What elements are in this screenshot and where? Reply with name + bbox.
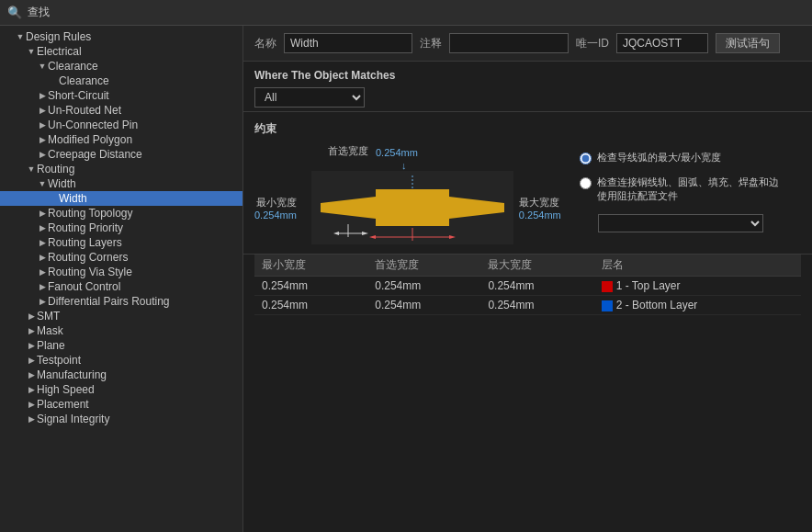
- min-width-label: 最小宽度: [256, 196, 297, 209]
- rule-name-input[interactable]: [284, 33, 412, 53]
- rule-id-input[interactable]: [616, 33, 708, 53]
- main-container: Design RulesElectricalClearanceClearance…: [0, 26, 812, 532]
- tree-label-electrical: Electrical: [37, 45, 82, 58]
- radio-input-1[interactable]: [580, 153, 592, 164]
- tree-item-width-rule[interactable]: Width: [0, 191, 242, 206]
- cell-min-0: 0.254mm: [254, 277, 367, 296]
- toggle-arrow-testpoint: [26, 355, 37, 366]
- tree-item-clearance[interactable]: Clearance: [0, 74, 242, 88]
- tree-label-un-routed-net: Un-Routed Net: [48, 104, 121, 117]
- tree-item-routing-layers[interactable]: Routing Layers: [0, 235, 242, 250]
- tree-label-width-rule: Width: [59, 192, 87, 205]
- tree-item-short-circuit[interactable]: Short-Circuit: [0, 88, 242, 103]
- tree-item-clearance-group[interactable]: Clearance: [0, 59, 242, 74]
- tree-item-electrical[interactable]: Electrical: [0, 44, 242, 59]
- right-panel: 名称 注释 唯一ID 测试语句 Where The Object Matches…: [243, 26, 812, 532]
- tree-item-width[interactable]: Width: [0, 176, 242, 191]
- toggle-arrow-clearance: [48, 75, 59, 86]
- col-preferred: 首选宽度: [367, 255, 480, 277]
- toggle-arrow-high-speed: [26, 384, 37, 395]
- tree-item-smt[interactable]: SMT: [0, 309, 242, 323]
- tree-label-design-rules: Design Rules: [26, 30, 91, 43]
- toolbar-search-label: 查找: [28, 5, 50, 20]
- tree-item-diff-pairs[interactable]: Differential Pairs Routing: [0, 294, 242, 309]
- radio-input-2[interactable]: [580, 177, 592, 189]
- tree-item-manufacturing[interactable]: Manufacturing: [0, 368, 242, 382]
- search-icon: 🔍: [7, 6, 22, 19]
- cell-max-1: 0.254mm: [480, 296, 593, 315]
- toggle-arrow-width: [37, 178, 48, 189]
- tree-item-routing-via-style[interactable]: Routing Via Style: [0, 265, 242, 279]
- toggle-arrow-un-connected-pin: [37, 119, 48, 130]
- toggle-arrow-fanout-control: [37, 281, 48, 292]
- radio-label-1: 检查导线弧的最大/最小宽度: [597, 151, 721, 164]
- max-width-label: 最大宽度: [519, 196, 559, 209]
- toggle-arrow-width-rule: [48, 193, 59, 204]
- layer-color-box-0: [602, 281, 613, 292]
- layer-name-1: 2 - Bottom Layer: [616, 299, 698, 311]
- cell-min-1: 0.254mm: [254, 296, 367, 315]
- toggle-arrow-routing-layers: [37, 237, 48, 248]
- tree-label-fanout-control: Fanout Control: [48, 280, 120, 293]
- tree-item-mask[interactable]: Mask: [0, 323, 242, 338]
- tree-label-routing-priority: Routing Priority: [48, 221, 123, 234]
- cell-max-0: 0.254mm: [480, 277, 593, 296]
- tree-label-smt: SMT: [37, 310, 60, 323]
- tree-item-routing-topology[interactable]: Routing Topology: [0, 206, 242, 221]
- toggle-arrow-plane: [26, 340, 37, 351]
- tree-label-clearance: Clearance: [59, 74, 109, 87]
- col-max: 最大宽度: [480, 255, 593, 277]
- toggle-arrow-manufacturing: [26, 369, 37, 380]
- tree-label-modified-polygon: Modified Polygon: [48, 133, 132, 146]
- tree-label-un-connected-pin: Un-Connected Pin: [48, 119, 138, 131]
- table-row: 0.254mm0.254mm0.254mm2 - Bottom Layer: [254, 296, 801, 315]
- tree-item-un-routed-net[interactable]: Un-Routed Net: [0, 103, 242, 118]
- radio-option-1[interactable]: 检查导线弧的最大/最小宽度: [580, 151, 801, 164]
- tree-item-design-rules[interactable]: Design Rules: [0, 29, 242, 44]
- tree-label-diff-pairs: Differential Pairs Routing: [48, 295, 170, 308]
- tree-item-placement[interactable]: Placement: [0, 397, 242, 412]
- match-dropdown[interactable]: All Net Net Class Layer: [254, 87, 365, 108]
- tree-item-testpoint[interactable]: Testpoint: [0, 353, 242, 368]
- tree-label-testpoint: Testpoint: [37, 354, 81, 367]
- tree-item-un-connected-pin[interactable]: Un-Connected Pin: [0, 118, 242, 132]
- id-label: 唯一ID: [576, 36, 609, 51]
- tree-item-signal-integrity[interactable]: Signal Integrity: [0, 412, 242, 426]
- max-width-value: 0.254mm: [519, 209, 561, 221]
- where-matches-title: Where The Object Matches: [254, 69, 801, 82]
- tree-item-plane[interactable]: Plane: [0, 338, 242, 353]
- tree-item-routing-corners[interactable]: Routing Corners: [0, 250, 242, 265]
- toggle-arrow-modified-polygon: [37, 134, 48, 145]
- rule-comment-input[interactable]: [449, 33, 569, 53]
- toggle-arrow-routing-topology: [37, 208, 48, 219]
- toggle-arrow-clearance-group: [37, 61, 48, 72]
- tree-label-routing-via-style: Routing Via Style: [48, 266, 132, 278]
- col-layer: 层名: [594, 255, 801, 277]
- toggle-arrow-creepage-distance: [37, 149, 48, 160]
- col-min: 最小宽度: [254, 255, 367, 277]
- tree-item-modified-polygon[interactable]: Modified Polygon: [0, 132, 242, 147]
- tree-label-short-circuit: Short-Circuit: [48, 89, 109, 102]
- tree-item-fanout-control[interactable]: Fanout Control: [0, 279, 242, 294]
- layer-color-box-1: [602, 300, 613, 311]
- tree-item-routing-priority[interactable]: Routing Priority: [0, 221, 242, 235]
- impedance-dropdown[interactable]: [598, 214, 763, 232]
- cell-layer-1: 2 - Bottom Layer: [594, 296, 801, 315]
- tree-item-high-speed[interactable]: High Speed: [0, 382, 242, 397]
- rule-header: 名称 注释 唯一ID 测试语句: [243, 26, 812, 62]
- tree-label-width: Width: [48, 177, 76, 190]
- table-row: 0.254mm0.254mm0.254mm1 - Top Layer: [254, 277, 801, 296]
- layer-table-section: 最小宽度 首选宽度 最大宽度 层名 0.254mm0.254mm0.254mm1…: [243, 255, 812, 324]
- left-panel: Design RulesElectricalClearanceClearance…: [0, 26, 243, 532]
- constraint-section: 约束 首选宽度 0.254mm ↓ 最小宽度 0.254mm: [243, 112, 812, 255]
- constraint-title: 约束: [254, 121, 561, 137]
- test-button[interactable]: 测试语句: [716, 33, 780, 53]
- toggle-arrow-mask: [26, 325, 37, 336]
- tree-label-high-speed: High Speed: [37, 383, 95, 396]
- tree-label-mask: Mask: [37, 324, 63, 337]
- tree-item-creepage-distance[interactable]: Creepage Distance: [0, 147, 242, 162]
- svg-marker-2: [376, 189, 449, 226]
- width-diagram-container: 约束 首选宽度 0.254mm ↓ 最小宽度 0.254mm: [254, 121, 561, 244]
- tree-item-routing[interactable]: Routing: [0, 162, 242, 176]
- radio-option-2[interactable]: 检查连接铜线轨、圆弧、填充、焊盘和边使用阻抗配置文件: [580, 175, 801, 203]
